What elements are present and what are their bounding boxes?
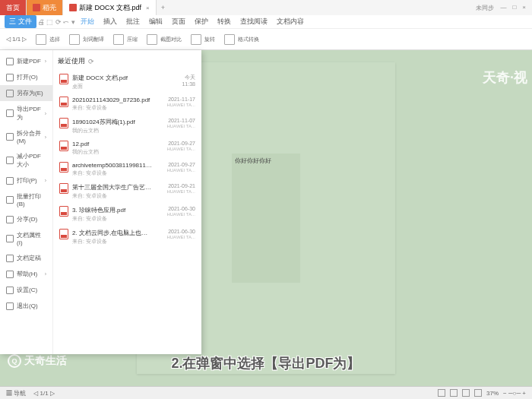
recent-file-item[interactable]: archivetemp500381199811152629_65.pdf来自: … [58, 159, 197, 180]
prev-page-icon[interactable]: ◁ [6, 36, 11, 43]
menu-start[interactable]: 开始 [77, 15, 98, 28]
chevron-right-icon: › [45, 111, 46, 116]
sidebar-icon [6, 255, 14, 262]
watermark-top-right: 天奇·视 [483, 68, 527, 87]
pdf-file-icon [59, 118, 68, 128]
rotate-icon [191, 34, 201, 45]
chevron-right-icon: › [45, 178, 46, 183]
tool-select[interactable]: 选择 [36, 34, 60, 45]
menu-edit[interactable]: 编辑 [145, 15, 166, 28]
recent-file-item[interactable]: 2. 文档云同步,在电脑上也能回忆和查看.pdf来自: 安卓设备2021-06-… [58, 226, 197, 249]
sidebar-item-0[interactable]: 新建PDF› [0, 53, 52, 69]
sidebar-icon [6, 271, 14, 278]
file-menu-panel: 新建PDF›打开(O)另存为(E)导出PDF为›拆分合并(M)›减小PDF大小打… [0, 50, 201, 354]
view-mode-1-icon[interactable] [438, 389, 445, 397]
zoom-out-icon[interactable]: − ─○─ + [503, 390, 526, 397]
sidebar-item-2[interactable]: 另存为(E) [0, 85, 52, 101]
sidebar-icon [6, 74, 14, 81]
recent-file-item[interactable]: 3. 珍睐特色应用.pdf来自: 安卓设备2021-06-30HUAWEI TA… [58, 203, 197, 226]
window-controls: 未同步 — □ × [476, 4, 532, 12]
sidebar-icon [6, 133, 14, 141]
sidebar-item-10[interactable]: 文档定稿 [0, 250, 52, 266]
status-nav[interactable]: ☰ 导航 [6, 389, 26, 397]
sidebar-item-6[interactable]: 打印(P)› [0, 173, 52, 188]
close-icon[interactable]: × [146, 5, 150, 11]
tab-home[interactable]: 首页 [0, 0, 27, 15]
recent-file-item[interactable]: 新建 DOCX 文档.pdf桌面今天11:38 [58, 71, 197, 93]
view-mode-4-icon[interactable] [474, 389, 482, 397]
refresh-icon[interactable]: ⟳ [88, 58, 94, 65]
statusbar: ☰ 导航 ◁ 1/1 ▷ 37% − ─○─ + [0, 386, 532, 399]
recent-file-item[interactable]: 18901024苏同梅(1).pdf我的云文档2021-11-07HUAWEI … [58, 115, 197, 138]
menu-text[interactable]: 文档内容 [273, 15, 308, 28]
instruction-caption: 2.在弹窗中选择【导出PDF为】 [0, 354, 532, 372]
menubar: 三 文件 🖨 ⬚ ⟳ ⤺ ▾ 开始 插入 批注 编辑 页面 保护 转换 查找阅读… [0, 15, 532, 29]
sidebar-icon [6, 235, 14, 242]
sync-status[interactable]: 未同步 [476, 4, 494, 12]
tool-capture[interactable]: 截图对比 [147, 34, 182, 45]
pdf-file-icon [59, 97, 68, 107]
sidebar-icon [6, 177, 14, 185]
cursor-icon [36, 34, 46, 45]
view-mode-3-icon[interactable] [462, 389, 470, 397]
tab-document[interactable]: 新建 DOCX 文档.pdf× [63, 0, 157, 15]
zoom-level[interactable]: 37% [486, 390, 499, 397]
daoke-icon [33, 4, 40, 11]
sidebar-item-13[interactable]: 退出(Q) [0, 298, 52, 314]
pdf-file-icon [59, 141, 68, 151]
main-area: 新建PDF›打开(O)另存为(E)导出PDF为›拆分合并(M)›减小PDF大小打… [0, 50, 532, 386]
sidebar-item-7[interactable]: 批量打印(B) [0, 188, 52, 211]
sidebar-icon [6, 58, 14, 65]
tool-format[interactable]: 格式转换 [224, 34, 259, 45]
pdf-file-icon [59, 229, 68, 239]
menu-insert[interactable]: 插入 [100, 15, 121, 28]
sidebar-item-4[interactable]: 拆分合并(M)› [0, 125, 52, 148]
tool-translate[interactable]: 划词翻译 [69, 34, 104, 45]
sidebar-item-5[interactable]: 减小PDF大小 [0, 148, 52, 173]
sidebar-item-11[interactable]: 帮助(H)› [0, 266, 52, 282]
pdf-file-icon [59, 74, 68, 84]
tool-rotate[interactable]: 旋转 [191, 34, 215, 45]
status-page[interactable]: ◁ 1/1 ▷ [33, 390, 55, 397]
compress-icon [113, 34, 124, 45]
chevron-right-icon: › [45, 135, 46, 140]
recent-files-header: 最近使用⟳ [58, 55, 197, 71]
sidebar-icon [6, 109, 14, 117]
menu-protect[interactable]: 保护 [191, 15, 212, 28]
sidebar-icon [6, 90, 14, 97]
menu-find[interactable]: 查找阅读 [236, 15, 271, 28]
file-menu[interactable]: 三 文件 [5, 15, 36, 28]
sidebar-icon [6, 216, 14, 223]
view-mode-2-icon[interactable] [450, 389, 458, 397]
menu-convert[interactable]: 转换 [214, 15, 235, 28]
tab-daoke[interactable]: 稻壳 [27, 0, 63, 15]
chevron-right-icon: › [45, 271, 46, 277]
sidebar-item-1[interactable]: 打开(O) [0, 69, 52, 85]
maximize-button[interactable]: □ [512, 4, 516, 12]
minimize-button[interactable]: — [500, 4, 506, 12]
titlebar: 首页 稻壳 新建 DOCX 文档.pdf× + 未同步 — □ × [0, 0, 532, 15]
document-text: 你好你好你好 [232, 154, 300, 283]
format-icon [224, 34, 235, 45]
page-navigation[interactable]: ◁ 1/1 ▷ [6, 36, 27, 43]
tool-compress[interactable]: 压缩 [113, 34, 138, 45]
close-button[interactable]: × [522, 4, 526, 12]
sidebar-icon [6, 302, 14, 310]
sidebar-item-3[interactable]: 导出PDF为› [0, 101, 52, 125]
translate-icon [69, 34, 80, 45]
recent-files-list: 最近使用⟳ 新建 DOCX 文档.pdf桌面今天11:3820210211143… [53, 50, 201, 354]
pdf-file-icon [59, 162, 68, 173]
sidebar-item-9[interactable]: 文档属性(I) [0, 227, 52, 250]
tab-add-button[interactable]: + [157, 4, 169, 11]
sidebar-icon [6, 157, 14, 164]
recent-file-item[interactable]: 20210211143029_87236.pdf来自: 安卓设备2021-11-… [58, 93, 197, 115]
recent-file-item[interactable]: 第十三届全国大学生广告艺术...奖名单公示 (2).pdf来自: 安卓设备202… [58, 180, 197, 203]
menu-page[interactable]: 页面 [168, 15, 189, 28]
recent-file-item[interactable]: 12.pdf我的云文档2021-09-27HUAWEI TA... [58, 138, 197, 159]
sidebar-item-8[interactable]: 分享(D) [0, 211, 52, 227]
toolbar-icons[interactable]: 🖨 ⬚ ⟳ ⤺ ▾ [38, 18, 75, 26]
menu-comment[interactable]: 批注 [122, 15, 144, 28]
sidebar-item-12[interactable]: 设置(C) [0, 282, 52, 298]
file-menu-sidebar: 新建PDF›打开(O)另存为(E)导出PDF为›拆分合并(M)›减小PDF大小打… [0, 50, 53, 354]
next-page-icon[interactable]: ▷ [22, 36, 27, 43]
